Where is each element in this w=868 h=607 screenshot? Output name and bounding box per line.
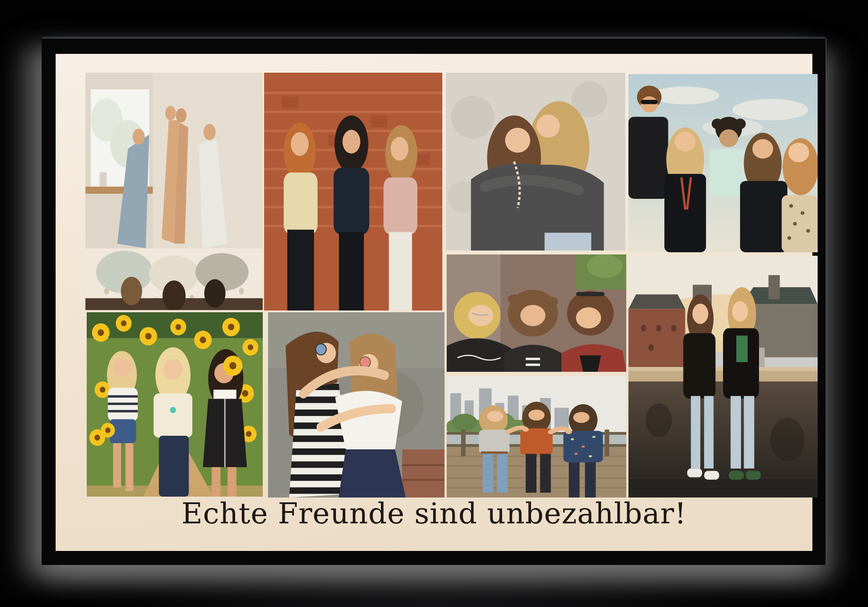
- poster-frame: Echte Freunde sind unbezahlbar!: [42, 39, 826, 565]
- woman-cream-top: [154, 347, 192, 497]
- photo-brick-wall-trio: [264, 73, 442, 311]
- rooftop-floor: [628, 478, 818, 498]
- woman-redhead: [284, 123, 318, 311]
- photo-boardwalk-walk-trio: [447, 376, 626, 498]
- photo-cheek-to-cheek-trio: [447, 254, 626, 372]
- mockup-background: Echte Freunde sind unbezahlbar!: [0, 0, 868, 607]
- photo-sky-group: [628, 74, 818, 252]
- poster-mat: Echte Freunde sind unbezahlbar!: [56, 54, 812, 551]
- photo-sunflower-field-trio: [87, 312, 263, 497]
- photo-sunglasses-hug-pair: [268, 312, 445, 498]
- photo-grey-hug-pair: [446, 73, 625, 251]
- photo-bed-friends: [85, 73, 263, 310]
- woman-dark-hair: [334, 116, 369, 311]
- friend-blonde-girl: [664, 127, 706, 252]
- photo-rooftop-pair: [628, 256, 818, 498]
- photo-collage: [68, 66, 800, 491]
- foliage: [576, 254, 626, 289]
- brick-corner: [402, 449, 445, 498]
- poster-caption: Echte Freunde sind unbezahlbar!: [56, 497, 812, 530]
